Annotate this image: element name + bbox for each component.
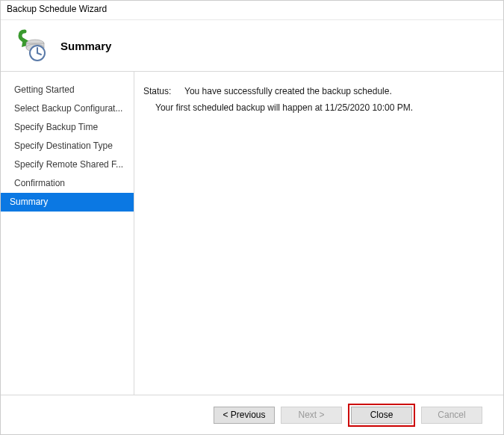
step-specify-backup-time[interactable]: Specify Backup Time [1,118,134,137]
status-message: You have successfully created the backup… [184,86,494,96]
wizard-icon [13,29,46,62]
status-label: Status: [143,86,184,96]
next-button: Next > [281,407,342,424]
step-specify-remote-shared-folder[interactable]: Specify Remote Shared F... [1,155,134,174]
step-specify-destination-type[interactable]: Specify Destination Type [1,137,134,155]
step-confirmation[interactable]: Confirmation [1,174,134,193]
wizard-body: Getting Started Select Backup Configurat… [1,71,503,395]
wizard-content: Status: You have successfully created th… [134,72,503,395]
window-title: Backup Schedule Wizard [7,4,107,14]
status-detail: Your first scheduled backup will happen … [143,102,494,113]
wizard-footer: < Previous Next > Close Cancel [1,395,503,434]
close-button[interactable]: Close [351,407,412,424]
wizard-header: Summary [1,20,503,71]
step-select-backup-configuration[interactable]: Select Backup Configurat... [1,99,134,118]
previous-button[interactable]: < Previous [214,407,275,424]
step-summary[interactable]: Summary [1,193,134,212]
wizard-steps-sidebar: Getting Started Select Backup Configurat… [1,72,134,395]
wizard-page-title: Summary [60,40,111,52]
window-titlebar: Backup Schedule Wizard [1,1,503,20]
cancel-button: Cancel [421,407,482,424]
close-button-highlight: Close [348,404,415,427]
step-getting-started[interactable]: Getting Started [1,81,134,99]
